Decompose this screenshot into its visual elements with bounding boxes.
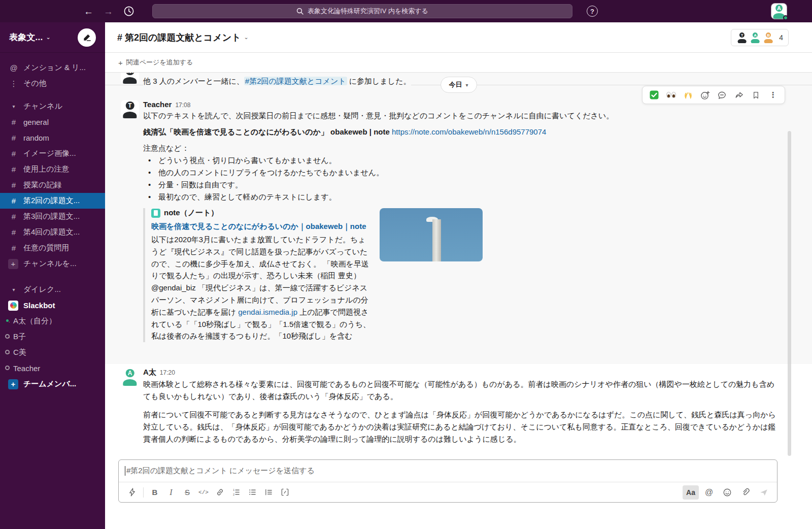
dm-self[interactable]: A A太（自分） bbox=[0, 313, 105, 329]
presence-indicator bbox=[5, 350, 10, 354]
composer-toolbar: B I S </> 12 bbox=[119, 482, 777, 502]
sidebar-item-mentions[interactable]: @ メンション & リ... bbox=[0, 60, 105, 76]
sidebar-channel-session3[interactable]: #第3回の課題文... bbox=[0, 209, 105, 224]
save-bookmark-button[interactable] bbox=[749, 88, 764, 102]
raised-hands-reaction-button[interactable] bbox=[681, 88, 696, 102]
sidebar-channel-general[interactable]: #general bbox=[0, 114, 105, 130]
teacher-message: T Teacher17:08 以下のテキストを読んで、次回授業日の前日までに感想… bbox=[105, 100, 812, 342]
ata-message: A A太17:20 映画体験として総称される様々な要素には、回復可能であるものと… bbox=[105, 368, 812, 445]
white-check-mark-reaction-button[interactable] bbox=[647, 88, 662, 102]
link-button[interactable] bbox=[212, 485, 228, 500]
plus-icon: + bbox=[8, 259, 18, 269]
eyes-reaction-button[interactable] bbox=[663, 88, 679, 102]
timestamp[interactable]: 17:20 bbox=[160, 369, 175, 376]
sidebar-channel-usage-notes[interactable]: #使用上の注意 bbox=[0, 161, 105, 177]
date-divider-pill[interactable]: 今日▾ bbox=[440, 77, 477, 93]
bulleted-list-button[interactable] bbox=[244, 485, 260, 500]
link-attachment: note（ノート） 映画を倍速で見ることのなにがわるいのか｜obakeweb｜n… bbox=[143, 208, 777, 342]
note-url-link[interactable]: https://note.com/obakeweb/n/n156d9577907… bbox=[392, 127, 546, 136]
hash-icon: # bbox=[8, 196, 19, 205]
composer-input[interactable]: #第2回の課題文献とコメント にメッセージを送信する bbox=[119, 460, 777, 482]
message-actions-toolbar: ⋮ bbox=[642, 86, 785, 104]
avatar[interactable]: Teacher bbox=[121, 73, 139, 84]
dm-slackbot[interactable]: Slackbot bbox=[0, 297, 105, 313]
channel-members-button[interactable]: T A B 4 bbox=[731, 29, 789, 46]
message-text: 以下のテキストを読んで、次回授業日の前日までに感想・疑問・意見・批判などのコメン… bbox=[143, 110, 777, 122]
composer-placeholder: #第2回の課題文献とコメント にメッセージを送信する bbox=[126, 466, 315, 476]
workspace-name: 表象文... bbox=[9, 31, 43, 43]
sidebar-channel-session2-active[interactable]: #第2回の課題文... bbox=[0, 193, 105, 209]
notes-label: 注意点など： bbox=[143, 142, 777, 154]
dm-teacher[interactable]: T Teacher bbox=[0, 360, 105, 376]
history-icon[interactable] bbox=[123, 6, 134, 17]
italic-button[interactable]: I bbox=[163, 485, 179, 500]
timestamp[interactable]: 17:08 bbox=[175, 102, 190, 109]
strikethrough-button[interactable]: S bbox=[179, 485, 195, 500]
compose-icon bbox=[83, 33, 91, 42]
blockquote-button[interactable] bbox=[260, 485, 277, 500]
share-message-button[interactable] bbox=[731, 88, 747, 102]
dm-bko[interactable]: B B子 bbox=[0, 329, 105, 345]
message-list[interactable]: Teacher Teacher17:05 他 3 人のメンバーと一緒に、#第2回… bbox=[105, 73, 812, 452]
hash-icon: # bbox=[8, 181, 19, 189]
channels-section-header[interactable]: ▾ チャンネル bbox=[0, 98, 105, 114]
canvas-tab-bar: + 関連ページを追加する bbox=[105, 53, 812, 73]
sidebar-item-more[interactable]: ⋮ その他 bbox=[0, 76, 105, 91]
user-avatar[interactable]: A bbox=[771, 4, 787, 19]
sidebar-item-label: メンション & リ... bbox=[23, 63, 86, 73]
svg-text:2: 2 bbox=[232, 493, 234, 496]
help-icon[interactable]: ? bbox=[587, 6, 598, 17]
member-avatar: T bbox=[736, 32, 748, 43]
ordered-list-button[interactable]: 12 bbox=[228, 485, 244, 500]
add-related-page-button[interactable]: + 関連ページを追加する bbox=[118, 58, 193, 67]
attach-file-button[interactable] bbox=[737, 485, 754, 500]
dms-section-header[interactable]: ▾ ダイレク... bbox=[0, 282, 105, 297]
author-name[interactable]: A太 bbox=[143, 368, 156, 376]
search-input[interactable]: 表象文化論特殊研究演習IV 内を検索する bbox=[152, 4, 572, 18]
add-reaction-button[interactable] bbox=[697, 88, 713, 102]
bullet-item: 最初なので、練習として軽めのテキストにします。 bbox=[143, 191, 777, 203]
emoji-button[interactable] bbox=[719, 485, 735, 500]
shortcuts-lightning-button[interactable] bbox=[124, 485, 140, 500]
bold-button[interactable]: B bbox=[147, 485, 163, 500]
hash-icon: # bbox=[8, 134, 19, 142]
channel-mention-link[interactable]: #第2回の課題文献とコメント bbox=[244, 77, 347, 85]
member-avatar: A bbox=[750, 32, 761, 43]
workspace-header[interactable]: 表象文... ⌄ bbox=[0, 22, 105, 53]
mention-button[interactable]: @ bbox=[701, 485, 717, 500]
sidebar-channel-session4[interactable]: #第4回の課題文... bbox=[0, 224, 105, 240]
add-channel-button[interactable]: + チャンネルを... bbox=[0, 256, 105, 272]
sidebar-channel-images[interactable]: #イメージ画像... bbox=[0, 146, 105, 161]
citation-line: 銭清弘「映画を倍速で見ることのなにがわるいのか」 obakeweb | note… bbox=[143, 126, 777, 138]
top-bar: ← → 表象文化論特殊研究演習IV 内を検索する ? A bbox=[0, 0, 812, 22]
dm-cmi[interactable]: C C美 bbox=[0, 345, 105, 360]
gendai-link[interactable]: gendai.ismedia.jp bbox=[238, 308, 297, 316]
avatar[interactable]: T bbox=[121, 100, 139, 118]
sidebar-channel-questions[interactable]: #任意の質問用 bbox=[0, 240, 105, 256]
timestamp[interactable]: 17:05 bbox=[175, 73, 190, 74]
attachment-image-chimney-sky[interactable] bbox=[380, 208, 483, 261]
code-block-button[interactable] bbox=[277, 485, 293, 500]
more-actions-button[interactable]: ⋮ bbox=[765, 88, 781, 102]
plus-icon: + bbox=[8, 379, 18, 389]
bullet-item: 他の人のコメントにリプライをつけるかたちでもかまいません。 bbox=[143, 167, 777, 179]
avatar[interactable]: A bbox=[121, 368, 139, 386]
hide-formatting-button[interactable]: Aa bbox=[683, 485, 699, 500]
code-button[interactable]: </> bbox=[195, 485, 212, 500]
author-name[interactable]: Teacher bbox=[143, 73, 172, 74]
reply-in-thread-button[interactable] bbox=[715, 88, 730, 102]
send-button[interactable] bbox=[756, 485, 772, 500]
author-name[interactable]: Teacher bbox=[143, 100, 172, 109]
message-paragraph: 前者について回復不可能であると判断する見方はなさそうなので、ひとまず論点は「身体… bbox=[143, 409, 777, 445]
sidebar-channel-class-records[interactable]: #授業の記録 bbox=[0, 177, 105, 193]
new-message-button[interactable] bbox=[78, 28, 96, 47]
forward-icon[interactable]: → bbox=[104, 7, 113, 16]
sidebar-channel-random[interactable]: #random bbox=[0, 130, 105, 146]
back-icon[interactable]: ← bbox=[84, 7, 93, 16]
member-count: 4 bbox=[779, 34, 783, 42]
attachment-title-link[interactable]: 映画を倍速で見ることのなにがわるいのか｜obakeweb｜note bbox=[151, 220, 373, 233]
add-teammates-button[interactable]: + チームメンバ... bbox=[0, 376, 105, 392]
channel-title[interactable]: # 第2回の課題文献とコメント bbox=[117, 31, 241, 44]
text-cursor bbox=[125, 466, 125, 476]
scrollbar[interactable] bbox=[788, 131, 791, 456]
